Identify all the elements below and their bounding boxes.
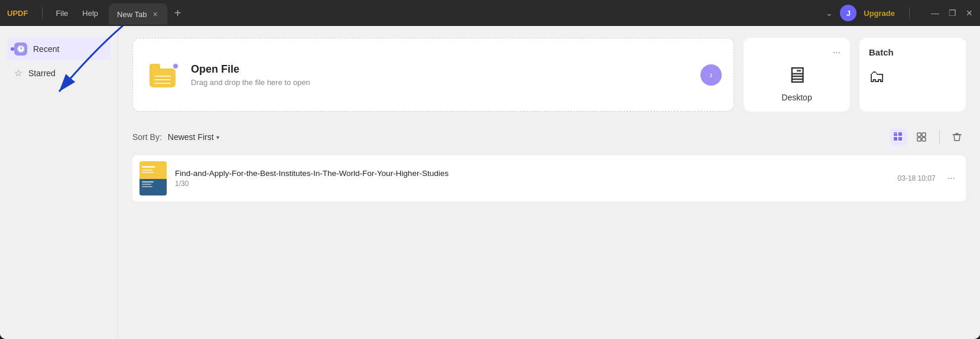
tab-label: New Tab	[117, 10, 147, 19]
desktop-label: Desktop	[781, 93, 812, 102]
desktop-more-button[interactable]: ···	[833, 47, 841, 58]
svg-rect-12	[142, 181, 154, 182]
recent-label: Recent	[33, 44, 59, 54]
svg-rect-9	[922, 138, 926, 141]
grid-view-button[interactable]	[890, 128, 907, 146]
file-thumbnail	[139, 161, 167, 195]
sidebar: 🕐 Recent ☆ Starred	[0, 26, 118, 339]
svg-rect-15	[142, 166, 155, 168]
menu-file[interactable]: File	[50, 6, 74, 20]
svg-rect-13	[142, 184, 151, 185]
close-button[interactable]: ✕	[966, 8, 973, 18]
upgrade-button[interactable]: Upgrade	[864, 9, 895, 18]
sort-arrow-icon: ▾	[216, 134, 219, 141]
monitor-icon: 🖥	[786, 63, 808, 88]
file-pages: 1/30	[175, 180, 890, 188]
list-view-button[interactable]	[913, 128, 931, 146]
sidebar-item-starred[interactable]: ☆ Starred	[7, 63, 111, 83]
open-file-arrow-button[interactable]: ›	[700, 64, 722, 86]
window-controls: — ❐ ✕	[931, 8, 973, 18]
trash-button[interactable]	[948, 128, 966, 146]
svg-rect-2	[898, 132, 902, 136]
file-date: 03-18 10:07	[898, 174, 936, 182]
logo-text: UPDF	[7, 9, 28, 18]
svg-rect-6	[917, 133, 921, 136]
sort-view-divider	[939, 131, 940, 144]
title-bar: UPDF File Help New Tab × + ⌄ J Upgrade —…	[0, 0, 980, 26]
open-file-title: Open File	[191, 63, 310, 76]
svg-rect-16	[142, 170, 152, 171]
title-bar-right: ⌄ J Upgrade — ❐ ✕	[826, 5, 973, 21]
open-file-subtitle: Drag and drop the file here to open	[191, 78, 310, 87]
open-file-card[interactable]: Open File Drag and drop the file here to…	[132, 38, 734, 112]
avatar[interactable]: J	[840, 5, 856, 21]
batch-icon: 🗂	[869, 67, 956, 86]
starred-label: Starred	[28, 69, 56, 78]
star-icon: ☆	[14, 67, 22, 79]
maximize-button[interactable]: ❐	[949, 8, 956, 18]
tab-new[interactable]: New Tab ×	[109, 4, 167, 25]
active-indicator	[11, 47, 14, 51]
right-divider	[909, 7, 910, 19]
main-content: Open File Drag and drop the file here to…	[118, 26, 980, 339]
sort-bar: Sort By: Newest First ▾	[132, 128, 966, 146]
menu-help[interactable]: Help	[76, 6, 104, 20]
chevron-down-icon[interactable]: ⌄	[826, 8, 833, 18]
file-more-button[interactable]: ···	[944, 171, 959, 186]
tab-close-button[interactable]: ×	[151, 8, 158, 20]
sort-bar-right	[890, 128, 966, 146]
tab-bar: New Tab × +	[109, 1, 826, 25]
svg-rect-14	[142, 186, 152, 187]
file-name: Find-and-Apply-For-the-Best-Institutes-I…	[175, 169, 890, 178]
file-list: Find-and-Apply-For-the-Best-Institutes-I…	[132, 155, 966, 201]
sort-by-label: Sort By:	[132, 132, 162, 142]
svg-rect-5	[894, 133, 897, 134]
svg-rect-3	[894, 137, 897, 141]
file-info: Find-and-Apply-For-the-Best-Institutes-I…	[175, 169, 890, 188]
sort-select[interactable]: Newest First ▾	[168, 132, 219, 142]
minimize-button[interactable]: —	[931, 8, 939, 18]
clock-icon: 🕐	[14, 43, 27, 56]
desktop-card[interactable]: ··· 🖥 Desktop	[744, 38, 850, 112]
app-logo: UPDF	[7, 9, 28, 18]
sort-value: Newest First	[168, 132, 214, 142]
cards-row: Open File Drag and drop the file here to…	[132, 38, 966, 112]
title-divider	[42, 7, 43, 19]
desktop-card-header: ···	[753, 47, 841, 58]
app-body: 🕐 Recent ☆ Starred	[0, 26, 980, 339]
table-row[interactable]: Find-and-Apply-For-the-Best-Institutes-I…	[132, 155, 966, 201]
svg-rect-4	[898, 137, 902, 141]
svg-rect-7	[922, 133, 926, 136]
svg-rect-17	[142, 172, 154, 173]
folder-icon	[150, 63, 179, 87]
sidebar-item-recent[interactable]: 🕐 Recent	[7, 38, 111, 60]
menu-bar: File Help	[50, 6, 104, 20]
svg-rect-8	[917, 138, 921, 141]
tab-add-button[interactable]: +	[171, 6, 185, 20]
batch-label: Batch	[869, 47, 956, 57]
open-file-text: Open File Drag and drop the file here to…	[191, 63, 310, 87]
batch-card[interactable]: Batch 🗂	[859, 38, 966, 112]
